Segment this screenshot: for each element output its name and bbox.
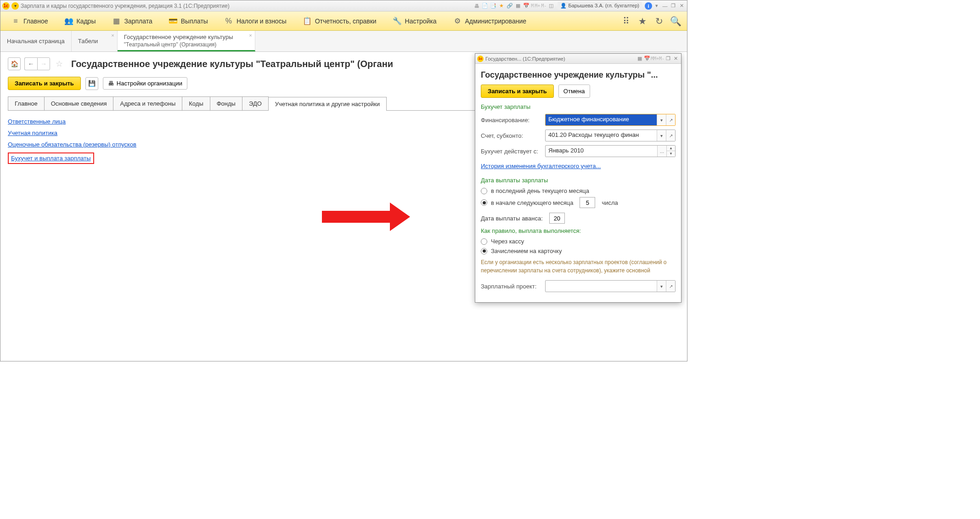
dialog-save-close-button[interactable]: Записать и закрыть — [481, 85, 554, 98]
dropdown-button[interactable]: ▾ — [657, 130, 666, 141]
memory-mminus[interactable]: M- — [541, 3, 546, 8]
dialog-title: Государственное учреждение культуры "... — [481, 70, 676, 80]
dialog-cancel-button[interactable]: Отмена — [558, 85, 590, 98]
subtab-funds[interactable]: Фонды — [210, 96, 242, 110]
app-icon: 1c — [2, 2, 10, 10]
financing-combo[interactable]: Бюджетное финансирование ▾ ↗ — [545, 114, 676, 126]
user-badge[interactable]: 👤 Барышева З.А. (гл. бухгалтер) — [558, 2, 642, 10]
account-value[interactable]: 401.20 Расходы текущего финан — [546, 130, 657, 141]
radio-cash-label: Через кассу — [491, 238, 524, 245]
link-responsible[interactable]: Ответственные лица — [8, 118, 66, 125]
favorites-icon[interactable]: ★ — [638, 17, 647, 25]
save-button[interactable]: 💾 — [85, 77, 98, 90]
close-dialog-icon[interactable]: ✕ — [672, 55, 679, 62]
spin-up-button[interactable]: ▲ — [667, 146, 675, 151]
app-title: Зарплата и кадры государственного учрежд… — [21, 3, 230, 9]
label-financing: Финансирование: — [481, 117, 545, 124]
subtab-addresses[interactable]: Адреса и телефоны — [113, 96, 182, 110]
info-icon[interactable]: i — [645, 2, 652, 10]
memory-mplus[interactable]: M+ — [653, 56, 659, 61]
section-payment-method: Как правило, выплата выполняется: — [481, 227, 676, 234]
tab-close-icon[interactable]: × — [249, 33, 252, 38]
org-settings-button[interactable]: 🖶Настройки организации — [103, 77, 187, 90]
menu-personnel[interactable]: 👥Кадры — [56, 14, 104, 28]
account-combo[interactable]: 401.20 Расходы текущего финан ▾ ↗ — [545, 130, 676, 141]
subtab-edo[interactable]: ЭДО — [242, 96, 269, 110]
radio-next-month[interactable] — [481, 199, 487, 206]
radio-card[interactable] — [481, 248, 487, 254]
history-icon[interactable]: ↻ — [655, 17, 663, 25]
radio-next-month-label: в начале следующего месяца — [491, 199, 573, 206]
print-icon[interactable]: 🖶 — [473, 2, 480, 10]
minimize-icon[interactable]: — — [661, 2, 669, 10]
link-accounting-policy[interactable]: Учетная политика — [8, 130, 57, 136]
salary-project-combo[interactable]: ▾ ↗ — [545, 280, 676, 292]
nav-back-button[interactable]: ← — [24, 57, 37, 70]
memory-mplus[interactable]: M+ — [535, 3, 540, 8]
hint-text: Если у организации есть несколько зарпла… — [481, 258, 676, 275]
menu-admin[interactable]: ⚙Администрирование — [445, 14, 535, 28]
tab-home[interactable]: Начальная страница — [0, 31, 72, 51]
tab-organization[interactable]: Государственное учреждение культуры "Теа… — [118, 31, 255, 51]
active-from-field[interactable]: Январь 2010 … ▲▼ — [545, 145, 676, 157]
radio-cash[interactable] — [481, 238, 487, 245]
home-button[interactable]: 🏠 — [8, 57, 21, 70]
open-button[interactable]: ↗ — [666, 281, 675, 292]
financing-value[interactable]: Бюджетное финансирование — [546, 114, 657, 125]
subtab-policy[interactable]: Учетная политика и другие настройки — [268, 97, 387, 111]
tab-close-icon[interactable]: × — [111, 33, 114, 38]
star-icon[interactable]: ★ — [498, 2, 505, 10]
subtab-main[interactable]: Главное — [8, 96, 45, 110]
calendar-icon[interactable]: 📅 — [523, 2, 530, 10]
dropdown-button[interactable]: ▾ — [657, 114, 666, 125]
link-payroll-accounting[interactable]: Бухучет и выплата зарплаты — [8, 152, 94, 164]
memory-mminus[interactable]: M- — [659, 56, 665, 61]
radio-last-day-label: в последний день текущего месяца — [491, 187, 589, 194]
calendar-icon[interactable]: 📅 — [643, 55, 651, 62]
app-titlebar: 1c ▾ Зарплата и кадры государственного у… — [0, 0, 687, 11]
menu-taxes[interactable]: %Налоги и взносы — [216, 14, 295, 28]
subtab-basic[interactable]: Основные сведения — [44, 96, 114, 110]
doc-icon[interactable]: 📄 — [481, 2, 489, 10]
dropdown-icon[interactable]: ▾ — [11, 2, 19, 10]
calc-icon[interactable]: ▦ — [514, 2, 522, 10]
page-content: 🏠 ← → ☆ Государственное учреждение культ… — [0, 52, 687, 361]
menu-settings[interactable]: 🔧Настройка — [385, 14, 445, 28]
advance-input[interactable] — [549, 213, 565, 224]
panels-icon[interactable]: ◫ — [547, 2, 555, 10]
maximize-dialog-icon[interactable]: ❐ — [665, 55, 672, 62]
favorite-button[interactable]: ☆ — [54, 58, 65, 69]
radio-last-day[interactable] — [481, 188, 487, 194]
link-history[interactable]: История изменения бухгалтерского учета..… — [481, 163, 601, 169]
options-arrow-icon[interactable]: ▾ — [653, 2, 660, 10]
date-spinner[interactable]: ▲▼ — [666, 146, 675, 157]
spin-down-button[interactable]: ▼ — [667, 151, 675, 157]
save-and-close-button[interactable]: Записать и закрыть — [8, 77, 81, 90]
copy-icon[interactable]: 📑 — [490, 2, 497, 10]
dropdown-button[interactable]: ▾ — [657, 281, 666, 292]
people-icon: 👥 — [65, 17, 73, 25]
menu-payments[interactable]: 💳Выплаты — [161, 14, 216, 28]
open-button[interactable]: ↗ — [666, 130, 675, 141]
link-icon[interactable]: 🔗 — [506, 2, 513, 10]
maximize-icon[interactable]: ❐ — [670, 2, 677, 10]
menu-main[interactable]: ≡Главное — [3, 14, 56, 28]
main-menu: ≡Главное 👥Кадры ▦Зарплата 💳Выплаты %Нало… — [0, 11, 687, 31]
memory-m[interactable]: M — [531, 3, 534, 8]
document-tabs: Начальная страница Табели× Государственн… — [0, 31, 687, 52]
open-button[interactable]: ↗ — [666, 114, 675, 125]
menu-salary[interactable]: ▦Зарплата — [104, 14, 160, 28]
calc-icon[interactable]: ▦ — [636, 55, 643, 62]
nav-forward-button[interactable]: → — [37, 57, 50, 70]
subtab-codes[interactable]: Коды — [182, 96, 210, 110]
link-reserves[interactable]: Оценочные обязательства (резервы) отпуск… — [8, 141, 136, 148]
search-icon[interactable]: 🔍 — [671, 17, 680, 25]
menu-reports[interactable]: 📋Отчетность, справки — [295, 14, 385, 28]
day-input[interactable] — [580, 197, 595, 208]
tab-tabels[interactable]: Табели× — [72, 31, 118, 51]
active-from-value[interactable]: Январь 2010 — [546, 146, 657, 157]
salary-project-value[interactable] — [546, 281, 657, 292]
apps-icon[interactable]: ⠿ — [622, 17, 630, 25]
close-icon[interactable]: ✕ — [678, 2, 685, 10]
ellipsis-button[interactable]: … — [657, 146, 666, 157]
